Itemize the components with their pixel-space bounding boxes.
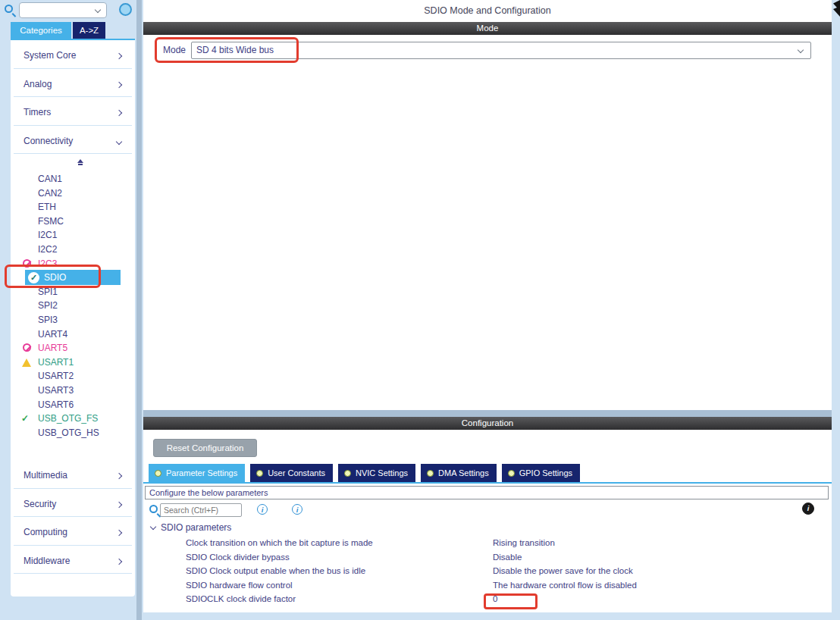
- check-icon: ✓: [21, 412, 29, 426]
- configuration-tabs: Parameter Settings User Constants NVIC S…: [149, 464, 580, 482]
- divider: [14, 488, 132, 489]
- sidebar-item-connectivity[interactable]: Connectivity: [11, 128, 135, 157]
- peripheral-label: I2C2: [38, 244, 57, 255]
- parameter-name: SDIO Clock output enable when the bus is…: [186, 564, 365, 578]
- parameter-value[interactable]: Rising transition: [493, 536, 555, 550]
- sidebar-search-row: [0, 0, 135, 21]
- page-title: SDIO Mode and Configuration: [143, 0, 832, 21]
- peripheral-label: USART2: [38, 371, 74, 381]
- peripheral-label: SPI2: [38, 300, 58, 311]
- divider: [14, 573, 132, 574]
- parameter-group-sdio[interactable]: SDIO parameters: [151, 522, 231, 533]
- peripheral-item-uart4[interactable]: UART4: [11, 327, 135, 342]
- peripheral-item-uart5[interactable]: UART5: [11, 341, 135, 355]
- divider: [14, 545, 132, 546]
- divider: [14, 96, 132, 97]
- divider: [14, 516, 132, 517]
- tab-label: Parameter Settings: [166, 464, 237, 482]
- annotation-box-divide-factor: [484, 593, 538, 609]
- peripheral-item-usart3[interactable]: USART3: [11, 384, 135, 398]
- divider: [14, 68, 132, 69]
- table-row[interactable]: SDIO Clock divider bypass Disable: [143, 550, 832, 565]
- tab-user-constants[interactable]: User Constants: [250, 464, 333, 482]
- sidebar-item-timers[interactable]: Timers: [11, 99, 135, 128]
- tab-parameter-settings[interactable]: Parameter Settings: [149, 464, 245, 482]
- peripheral-item-can2[interactable]: CAN2: [11, 186, 135, 201]
- peripheral-item-can1[interactable]: CAN1: [11, 172, 135, 186]
- peripheral-label: SPI3: [38, 315, 58, 325]
- mode-section-bar: Mode: [143, 22, 832, 35]
- configuration-section-bar: Configuration: [143, 417, 832, 430]
- parameter-value[interactable]: Disable: [493, 550, 522, 565]
- peripheral-item-usb-otg-fs[interactable]: ✓ USB_OTG_FS: [11, 412, 135, 426]
- window-right-edge: [832, 0, 840, 620]
- peripheral-label: USART3: [38, 385, 74, 396]
- peripheral-item-eth[interactable]: ETH: [11, 200, 135, 214]
- info-icon[interactable]: i: [292, 504, 302, 515]
- peripheral-label: USART1: [38, 357, 74, 368]
- chevron-right-icon: [116, 53, 122, 59]
- peripheral-label: USART6: [38, 399, 74, 410]
- category-list-bottom: Multimedia Security Computing Middleware: [11, 462, 135, 576]
- search-icon: [5, 5, 13, 13]
- chevron-right-icon: [116, 81, 122, 87]
- peripheral-item-fsmc[interactable]: FSMC: [11, 214, 135, 229]
- peripheral-label: CAN1: [38, 174, 62, 184]
- peripheral-label: CAN2: [38, 188, 62, 199]
- peripheral-item-spi2[interactable]: SPI2: [11, 299, 135, 313]
- parameter-search-row: i i i: [143, 503, 832, 518]
- parameter-search-input[interactable]: [160, 503, 242, 517]
- tab-gpio-settings[interactable]: GPIO Settings: [502, 464, 580, 482]
- tab-categories[interactable]: Categories: [11, 22, 71, 39]
- panel-divider[interactable]: [136, 0, 142, 620]
- sidebar-item-computing[interactable]: Computing: [11, 519, 135, 548]
- peripheral-item-usart1[interactable]: USART1: [11, 355, 135, 370]
- warning-icon: [22, 359, 31, 367]
- sidebar-item-system-core[interactable]: System Core: [11, 42, 135, 71]
- category-list-top: System Core Analog Timers Connectivity: [11, 42, 135, 156]
- tab-nvic-settings[interactable]: NVIC Settings: [338, 464, 415, 482]
- table-row[interactable]: SDIO hardware flow control The hardware …: [143, 578, 832, 593]
- parameter-value[interactable]: Disable the power save for the clock: [493, 564, 633, 578]
- tab-dot-icon: [427, 470, 434, 477]
- help-info-icon[interactable]: i: [802, 503, 814, 515]
- peripheral-item-usart2[interactable]: USART2: [11, 369, 135, 384]
- peripheral-item-i2c1[interactable]: I2C1: [11, 228, 135, 243]
- info-icon[interactable]: i: [257, 504, 268, 515]
- parameter-value[interactable]: The hardware control flow is disabled: [493, 578, 637, 593]
- tab-a-to-z[interactable]: A->Z: [73, 22, 105, 39]
- section-divider[interactable]: [143, 410, 832, 417]
- chevron-right-icon: [116, 559, 122, 565]
- parameter-name: SDIOCLK clock divide factor: [186, 592, 296, 606]
- peripheral-item-usb-otg-hs[interactable]: USB_OTG_HS: [11, 426, 135, 440]
- sidebar-item-security[interactable]: Security: [11, 491, 135, 520]
- peripheral-item-usart6[interactable]: USART6: [11, 398, 135, 412]
- circle-button[interactable]: [119, 3, 132, 16]
- table-row[interactable]: SDIO Clock output enable when the bus is…: [143, 564, 832, 578]
- tab-label: NVIC Settings: [356, 464, 408, 482]
- sidebar-filter-combobox[interactable]: [19, 2, 107, 18]
- category-label: Timers: [24, 107, 51, 117]
- scroll-up-icon[interactable]: [77, 159, 83, 163]
- peripheral-item-i2c2[interactable]: I2C2: [11, 243, 135, 257]
- divider: [14, 153, 132, 154]
- annotation-box-mode: [155, 37, 299, 63]
- configuration-tab-underline: [143, 482, 832, 484]
- reset-configuration-button[interactable]: Reset Configuration: [153, 439, 257, 457]
- sidebar-item-multimedia[interactable]: Multimedia: [11, 462, 135, 491]
- tab-label: GPIO Settings: [519, 464, 572, 482]
- tab-dma-settings[interactable]: DMA Settings: [421, 464, 497, 482]
- chevron-down-icon: [798, 47, 804, 53]
- category-label: Security: [24, 499, 56, 509]
- tab-dot-icon: [155, 470, 161, 477]
- table-row[interactable]: Clock transition on which the bit captur…: [143, 536, 832, 550]
- parameter-name: SDIO Clock divider bypass: [186, 550, 290, 565]
- parameters-hint: Configure the below parameters: [145, 486, 829, 499]
- peripheral-label: UART5: [38, 343, 67, 353]
- peripheral-item-spi3[interactable]: SPI3: [11, 313, 135, 327]
- sidebar-item-middleware[interactable]: Middleware: [11, 548, 135, 577]
- chevron-down-icon: [116, 139, 122, 145]
- sidebar-item-analog[interactable]: Analog: [11, 71, 135, 100]
- peripheral-label: I2C1: [38, 230, 57, 240]
- peripheral-label: FSMC: [38, 216, 64, 227]
